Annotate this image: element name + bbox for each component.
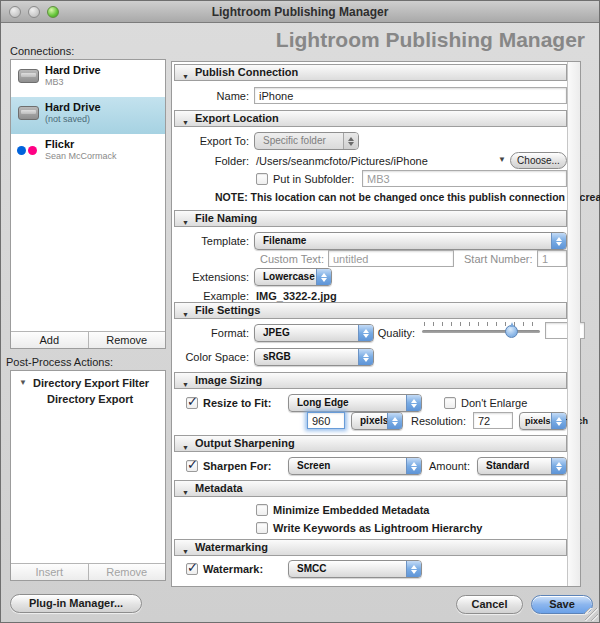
disclosure-triangle-icon: ▼ (182, 377, 189, 392)
remove-action-button[interactable]: Remove (88, 564, 166, 580)
remove-connection-button[interactable]: Remove (88, 332, 166, 348)
disclosure-triangle-icon[interactable]: ▼ (19, 378, 27, 387)
template-label: Template: (172, 235, 249, 247)
hard-drive-icon (18, 106, 39, 120)
watermark-dropdown[interactable]: SMCC (288, 560, 422, 578)
custom-text-label: Custom Text: (260, 253, 324, 265)
cancel-button[interactable]: Cancel (456, 595, 523, 614)
slider-ticks (424, 322, 538, 326)
resolution-label: Resolution: (411, 415, 466, 427)
size-input[interactable]: 960 (307, 412, 345, 429)
example-label: Example: (172, 290, 249, 302)
stepper-arrows-icon (551, 233, 566, 249)
stepper-arrows-icon (406, 561, 421, 577)
resolution-input[interactable]: 72 (473, 412, 513, 429)
stepper-arrows-icon (387, 413, 402, 429)
stepper-arrows-icon (316, 269, 331, 285)
lightroom-publishing-manager-window: Lightroom Publishing Manager Lightroom P… (0, 0, 600, 623)
connections-label: Connections: (10, 45, 74, 57)
list-item-hard-drive-mb3[interactable]: Hard Drive MB3 (11, 60, 165, 97)
window-title: Lightroom Publishing Manager (1, 5, 599, 19)
resize-mode-dropdown[interactable]: Long Edge (288, 394, 422, 412)
location-note: NOTE: This location can not be changed o… (215, 191, 600, 203)
hard-drive-icon (18, 69, 39, 83)
export-to-dropdown[interactable]: Specific folder (254, 132, 359, 150)
disclosure-triangle-icon: ▼ (182, 115, 189, 130)
resize-to-fit-checkbox[interactable] (186, 397, 198, 409)
list-item-directory-export[interactable]: Directory Export (11, 391, 165, 407)
vertical-scrollbar[interactable] (567, 62, 580, 586)
disclosure-triangle-icon: ▼ (182, 440, 189, 455)
stepper-arrows-icon (343, 133, 358, 149)
example-value: IMG_3322-2.jpg (256, 290, 337, 302)
dont-enlarge-label: Don't Enlarge (461, 397, 527, 409)
stepper-arrows-icon (358, 349, 373, 365)
start-number-input[interactable]: 1 (537, 250, 567, 267)
name-input[interactable]: iPhone (254, 87, 567, 104)
disclosure-triangle-icon: ▼ (182, 544, 189, 559)
template-dropdown[interactable]: Filename (254, 232, 567, 250)
section-header-file-settings[interactable]: ▼ File Settings (174, 302, 567, 319)
folder-path: /Users/seanmcfoto/Pictures/iPhone (256, 155, 428, 167)
resize-to-fit-label: Resize to Fit: (203, 397, 271, 409)
page-title: Lightroom Publishing Manager (276, 28, 585, 52)
title-bar: Lightroom Publishing Manager (1, 1, 599, 23)
section-header-image-sizing[interactable]: ▼ Image Sizing (174, 372, 567, 389)
section-header-metadata[interactable]: ▼ Metadata (174, 480, 567, 497)
stepper-arrows-icon (406, 395, 421, 411)
slider-thumb[interactable] (505, 325, 518, 338)
section-header-watermarking[interactable]: ▼ Watermarking (174, 539, 567, 556)
section-header-publish-connection[interactable]: ▼ Publish Connection (174, 64, 567, 81)
stepper-arrows-icon (551, 413, 566, 429)
sharpen-for-dropdown[interactable]: Screen (288, 457, 422, 475)
extensions-dropdown[interactable]: Lowercase (254, 268, 332, 286)
watermark-label: Watermark: (203, 563, 263, 575)
amount-dropdown[interactable]: Standard (477, 457, 567, 475)
put-in-subfolder-label: Put in Subfolder: (273, 173, 354, 185)
resize-grip[interactable] (585, 608, 598, 621)
choose-folder-button[interactable]: Choose... (510, 152, 567, 169)
amount-label: Amount: (429, 460, 470, 472)
section-header-export-location[interactable]: ▼ Export Location (174, 110, 567, 127)
disclosure-triangle-icon: ▼ (182, 69, 189, 84)
save-button[interactable]: Save (531, 595, 593, 614)
section-header-output-sharpening[interactable]: ▼ Output Sharpening (174, 435, 567, 452)
folder-label: Folder: (172, 155, 249, 167)
settings-panel: ▼ Publish Connection Name: iPhone ▼ Expo… (171, 61, 581, 587)
sharpen-for-label: Sharpen For: (203, 460, 271, 472)
flickr-icon (17, 146, 41, 156)
export-to-label: Export To: (172, 135, 249, 147)
write-keywords-checkbox[interactable] (256, 522, 268, 534)
stepper-arrows-icon (406, 458, 421, 474)
resolution-unit-dropdown[interactable]: pixels per inch (519, 412, 567, 430)
dont-enlarge-checkbox[interactable] (444, 397, 456, 409)
sharpen-for-checkbox[interactable] (186, 460, 198, 472)
folder-menu-icon[interactable]: ▼ (498, 155, 506, 164)
minimize-metadata-label: Minimize Embedded Metadata (273, 504, 429, 516)
format-label: Format: (172, 327, 249, 339)
put-in-subfolder-checkbox[interactable] (256, 173, 268, 185)
list-item-hard-drive-not-saved[interactable]: Hard Drive (not saved) (11, 97, 165, 134)
custom-text-input[interactable]: untitled (328, 250, 454, 267)
insert-action-button[interactable]: Insert (11, 564, 88, 580)
disclosure-triangle-icon: ▼ (182, 307, 189, 322)
name-label: Name: (172, 90, 249, 102)
section-header-file-naming[interactable]: ▼ File Naming (174, 210, 567, 227)
list-item-directory-export-filter[interactable]: ▼ Directory Export Filter (11, 371, 165, 391)
minimize-metadata-checkbox[interactable] (256, 504, 268, 516)
connections-list: Hard Drive MB3 Hard Drive (not saved) Fl… (10, 59, 166, 349)
plug-in-manager-button[interactable]: Plug-in Manager... (10, 594, 142, 613)
size-unit-dropdown[interactable]: pixels (351, 412, 403, 430)
subfolder-input[interactable]: MB3 (362, 170, 567, 187)
post-process-actions-list: ▼ Directory Export Filter Directory Expo… (10, 370, 166, 581)
stepper-arrows-icon (551, 458, 566, 474)
write-keywords-label: Write Keywords as Lightroom Hierarchy (273, 522, 482, 534)
watermark-checkbox[interactable] (186, 563, 198, 575)
quality-label: Quality: (352, 327, 415, 339)
quality-slider[interactable] (422, 322, 540, 338)
post-process-actions-label: Post-Process Actions: (6, 356, 113, 368)
list-item-flickr[interactable]: Flickr Sean McCormack (11, 134, 165, 171)
color-space-dropdown[interactable]: sRGB (254, 348, 374, 366)
add-connection-button[interactable]: Add (11, 332, 88, 348)
disclosure-triangle-icon: ▼ (182, 215, 189, 230)
